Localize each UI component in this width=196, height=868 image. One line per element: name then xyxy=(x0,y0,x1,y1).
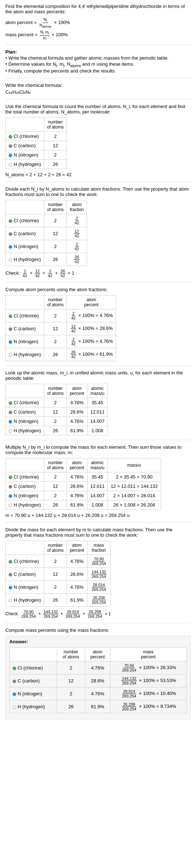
el-cl-2: Cl (chlorine) xyxy=(6,214,44,227)
divider-8 xyxy=(5,522,191,523)
col-mass-4: atomicmass/u xyxy=(87,384,108,398)
compute-mass-label: Compute mass percents using the mass fra… xyxy=(5,627,191,633)
divider-5 xyxy=(5,282,191,283)
pct-cl-6: 4.76% xyxy=(67,555,87,568)
el-c-2: C (carbon) xyxy=(6,227,44,240)
element-n-1: N (nitrogen) xyxy=(6,150,44,160)
el-n-3: N (nitrogen) xyxy=(6,335,44,348)
dot-h-6 xyxy=(9,599,12,602)
divider-1 xyxy=(5,45,191,45)
dot-c-5 xyxy=(9,485,12,489)
ap-fraction: Ni Natoms xyxy=(39,17,52,28)
el-h-7: H (hydrogen) xyxy=(10,700,57,713)
mass-h-5: 26 × 1.008 = 26.208 xyxy=(108,500,161,510)
dot-cl-4 xyxy=(9,401,12,405)
num-n-4: 2 xyxy=(44,417,67,426)
dot-cl-5 xyxy=(9,476,12,479)
table-row: C (carbon) 12 28.6% 12.011 12 × 12.011 =… xyxy=(6,482,161,491)
table-mass-frac: numberof atoms atompercent massfraction … xyxy=(5,541,111,607)
pct-cl-7: 4.76% xyxy=(85,662,110,675)
check-2: Check: 70.90269.254 + 144.132269.254 + 2… xyxy=(5,610,191,619)
mfrac-c-6-val: 144.132269.254 xyxy=(91,570,107,579)
mpct-h-frac: 26.208269.254 xyxy=(121,702,137,711)
mass-cl-5: 2 × 35.45 = 70.90 xyxy=(108,472,161,482)
num-c-7: 12 xyxy=(57,675,85,687)
table-row: Cl (chlorine) 2 4.76% 70.90269.254 xyxy=(6,555,111,568)
el-h-4: H (hydrogen) xyxy=(6,426,44,435)
mpct-n-frac: 28.014269.254 xyxy=(121,689,137,698)
col-num-5: numberof atoms xyxy=(44,458,67,472)
chk-h: 2642 xyxy=(60,269,65,278)
dot-h-2 xyxy=(9,258,12,262)
el-c-7: C (carbon) xyxy=(10,675,57,687)
pct-h-3: 2642 × 100% = 61.9% xyxy=(67,348,116,361)
pct-n-3: 242 × 100% = 4.76% xyxy=(67,335,116,348)
chk-cl: 242 xyxy=(22,269,28,278)
amass-c-5: 12.011 xyxy=(87,482,108,491)
col-pct-4: atompercent xyxy=(67,384,87,398)
num-n-7: 2 xyxy=(57,687,85,700)
num-n-6: 2 xyxy=(44,581,67,594)
el-h-6: H (hydrogen) xyxy=(6,594,44,607)
pct-h-3-frac: 2642 xyxy=(70,350,76,359)
table-row: N (nitrogen) 2 4.76% 14.007 xyxy=(6,417,108,426)
table-row: C (carbon) 12 1242 xyxy=(6,227,87,240)
amass-n-5: 14.007 xyxy=(87,491,108,500)
col-amass-5: atomicmass/u xyxy=(87,458,108,472)
mpct-cl-frac: 70.90269.254 xyxy=(121,663,137,672)
dot-n-3 xyxy=(9,340,12,344)
frac-n-2-val: 242 xyxy=(74,242,79,251)
table-row: N (nitrogen) 2 4.76% 28.014269.254 xyxy=(6,581,111,594)
table-row: H (hydrogen) 26 2642 xyxy=(6,253,87,266)
col-frac-2: atomfraction xyxy=(67,200,87,214)
pct-n-3-frac: 242 xyxy=(70,337,76,346)
el-cl-5: Cl (chlorine) xyxy=(6,472,44,482)
el-c-3: C (carbon) xyxy=(6,322,44,335)
table-atoms: numberof atoms Cl (chlorine) 2 C (carbon… xyxy=(5,117,67,169)
table-row: Cl (chlorine) 2 4.76% 35.45 2 × 35.45 = … xyxy=(6,472,161,482)
natoms-eq: N_atoms = 2 + 12 + 2 + 26 = 42 xyxy=(5,172,191,177)
amass-h-5: 1.008 xyxy=(87,500,108,510)
num-cl-3: 2 xyxy=(44,309,67,322)
el-cl-4: Cl (chlorine) xyxy=(6,398,44,407)
m-equation: m = 70.90 u + 144.132 u + 28.014 u + 26.… xyxy=(5,513,191,518)
col-num-2: numberof atoms xyxy=(44,200,67,214)
pct-n-4: 4.76% xyxy=(67,417,87,426)
num-cl-7: 2 xyxy=(57,662,85,675)
chk2-c: 144.132269.254 xyxy=(43,610,59,619)
mfrac-c-6: 144.132269.254 xyxy=(87,568,110,581)
multiply-label: Multiply N_i by m_i to compute the mass … xyxy=(5,444,191,455)
dot-c-6 xyxy=(9,573,12,577)
plan-item-1: • Write the chemical formula and gather … xyxy=(5,55,191,61)
col-pct-6: atompercent xyxy=(67,541,87,555)
pct-h-4: 61.9% xyxy=(67,426,87,435)
mfrac-cl-6: 70.90269.254 xyxy=(87,555,110,568)
num-h-2: 26 xyxy=(44,253,67,266)
col-mpct-7: masspercent xyxy=(110,648,187,662)
table-row: H (hydrogen) 26 61.9% 1.008 xyxy=(6,426,108,435)
chk-c: 1242 xyxy=(35,269,40,278)
mass-n-4: 14.007 xyxy=(87,417,108,426)
dot-c-2 xyxy=(9,232,12,236)
el-cl-6: Cl (chlorine) xyxy=(6,555,44,568)
pct-h-5: 61.9% xyxy=(67,500,87,510)
table-row: C (carbon) 12 28.6% 12.011 xyxy=(6,407,108,417)
dot-cl-7 xyxy=(13,667,16,670)
dot-c-3 xyxy=(9,327,12,331)
col-pct-7: atompercent xyxy=(85,648,110,662)
el-h-2: H (hydrogen) xyxy=(6,253,44,266)
table-row: Cl (chlorine) 2 xyxy=(6,132,67,141)
use-formula-label: Use the chemical formula to count the nu… xyxy=(5,104,191,115)
col-num-3: numberof atoms xyxy=(44,295,67,309)
dot-h-3 xyxy=(9,353,12,357)
num-n-2: 2 xyxy=(44,240,67,253)
mass-cl-4: 35.45 xyxy=(87,398,108,407)
col-el-6 xyxy=(6,541,44,555)
table-row: H (hydrogen) 26 61.9% 26.208269.254 xyxy=(6,594,111,607)
num-h-7: 26 xyxy=(57,700,85,713)
mass-h-4: 1.008 xyxy=(87,426,108,435)
table-atomic-mass: numberof atoms atompercent atomicmass/u … xyxy=(5,384,108,435)
mpct-cl-7: 70.90269.254 × 100% = 26.33% xyxy=(110,662,187,675)
el-n-5: N (nitrogen) xyxy=(6,491,44,500)
mpct-n-7: 28.014269.254 × 100% = 10.40% xyxy=(110,687,187,700)
